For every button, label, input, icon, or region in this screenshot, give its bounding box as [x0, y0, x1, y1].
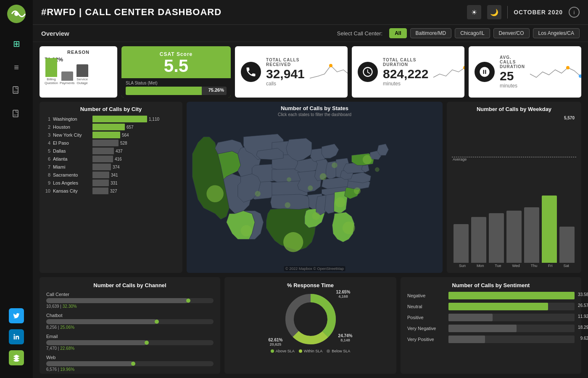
- moon-icon[interactable]: 🌙: [487, 5, 501, 19]
- sun-icon[interactable]: ☀: [467, 5, 481, 19]
- sidebar-icon-table[interactable]: ≡: [9, 60, 24, 75]
- sentiment-row: Very Positive 9.62%: [407, 336, 575, 343]
- weekday-bar: [559, 227, 575, 263]
- weekday-top-value: 5,570: [452, 116, 576, 120]
- city-row: 4 El Paso 528: [45, 140, 177, 146]
- twitter-icon[interactable]: [9, 308, 24, 323]
- weekday-day-label: Fri: [548, 264, 553, 268]
- avg-duration-name: AVG. CALLS DURATION: [500, 55, 525, 69]
- channel-bar-track: [46, 340, 214, 345]
- city-rank: 3: [45, 132, 50, 137]
- city-value: 331: [111, 181, 118, 185]
- svg-point-22: [255, 191, 261, 197]
- map-credit: © 2022 Mapbox © OpenStreetMap: [284, 266, 345, 271]
- city-name: Washington: [53, 116, 90, 122]
- city-bar-wrap: 564: [92, 132, 177, 138]
- city-value: 1,110: [149, 117, 159, 122]
- csat-value: 5.5: [128, 57, 224, 75]
- sidebar-icon-dashboard[interactable]: ⊞: [9, 36, 24, 51]
- svg-point-24: [287, 177, 291, 182]
- channel-bar-fill: [46, 298, 188, 303]
- weekday-panel: Number of Calls by Weekday 5,570 Average…: [447, 102, 581, 273]
- cc-btn-baltimore[interactable]: Baltimore/MD: [410, 28, 452, 38]
- city-panel-title: Number of Calls by City: [45, 106, 177, 112]
- city-row: 5 Dallas 437: [45, 148, 177, 154]
- sidebar-icon-ppt[interactable]: PPT: [9, 107, 24, 122]
- svg-text:PDF: PDF: [14, 90, 18, 93]
- city-row: 10 Kansas City 327: [45, 188, 177, 194]
- channel-dot: [145, 341, 149, 345]
- weekday-day-label: Sun: [459, 264, 466, 268]
- city-bar: [92, 148, 114, 154]
- cc-btn-denver[interactable]: Denver/CO: [493, 28, 530, 38]
- city-bar: [92, 180, 109, 186]
- info-button[interactable]: i: [569, 7, 580, 18]
- channel-stats: 7,470 | 22.68%: [46, 346, 214, 351]
- city-value: 416: [115, 157, 122, 161]
- weekday-panel-title: Number of Calls by Weekday: [452, 106, 576, 112]
- sentiment-row: Positive 11.92%: [407, 314, 575, 321]
- city-row: 8 Sacramento 341: [45, 172, 177, 178]
- weekday-day-label: Mon: [477, 264, 484, 268]
- city-value: 437: [116, 149, 123, 153]
- svg-point-23: [308, 185, 313, 190]
- cc-btn-chicago[interactable]: Chicago/IL: [455, 28, 490, 38]
- sentiment-bar-wrap: 18.29%: [448, 325, 575, 332]
- city-row: 7 Miami 374: [45, 164, 177, 170]
- cc-btn-all[interactable]: All: [389, 28, 406, 38]
- sentiment-bar-wrap: 26.57%: [448, 303, 575, 310]
- sentiment-label: Very Positive: [407, 337, 445, 342]
- page-title: #RWFD | CALL CENTER DASHBOARD: [41, 7, 221, 18]
- city-bar: [92, 140, 119, 146]
- calls-received-name: TOTAL CALLS RECEIVED: [266, 58, 305, 67]
- calls-received-unit: calls: [266, 81, 305, 87]
- channel-panel: Number of Calls by Channel Call Center 1…: [40, 277, 220, 374]
- channel-name: Call Center: [46, 292, 214, 297]
- avg-duration-value: 25: [500, 69, 525, 83]
- call-center-buttons: All Baltimore/MD Chicago/IL Denver/CO Lo…: [389, 28, 580, 38]
- city-row: 2 Houston 657: [45, 124, 177, 130]
- city-name: Dallas: [53, 148, 90, 153]
- duration-name: TOTAL CALLS DURATION: [383, 58, 428, 67]
- city-name: Kansas City: [53, 188, 90, 193]
- svg-point-10: [566, 66, 570, 69]
- overview-label: Overview: [41, 30, 69, 37]
- city-bar: [92, 188, 108, 194]
- logo[interactable]: [7, 4, 26, 24]
- city-value: 327: [110, 189, 117, 193]
- header-divider: [507, 6, 508, 19]
- sentiment-pct: 11.92%: [575, 314, 588, 319]
- mid-row: Number of Calls by City 1 Washington 1,1…: [40, 102, 581, 273]
- svg-point-12: [206, 185, 224, 202]
- weekday-bar: [489, 213, 504, 263]
- sidebar-social: [9, 308, 24, 374]
- sla-label: SLA Status (Met): [126, 81, 227, 85]
- svg-point-20: [320, 173, 327, 180]
- sidebar: ⊞ ≡ PDF PPT: [0, 0, 33, 378]
- sentiment-list: Negative 33.58% Neutral 26.57% Positive …: [407, 292, 575, 343]
- sidebar-icon-pdf[interactable]: PDF: [9, 83, 24, 98]
- city-name: Sacramento: [53, 172, 90, 177]
- call-center-select-label: Select Call Center:: [337, 30, 382, 37]
- linkedin-icon[interactable]: [9, 329, 24, 344]
- city-name: Houston: [53, 124, 90, 130]
- sentiment-pct: 18.29%: [575, 325, 588, 330]
- csat-top: CSAT Score 5.5: [121, 46, 231, 78]
- legend-below-sla: Below SLA: [327, 349, 350, 353]
- layers-icon[interactable]: [9, 350, 24, 365]
- channel-stats: 6,576 | 19.96%: [46, 367, 214, 372]
- csat-bottom: SLA Status (Met) 75.26%: [121, 78, 231, 98]
- cc-btn-la[interactable]: Los Angeles/CA: [533, 28, 580, 38]
- weekday-col: [559, 227, 575, 263]
- reason-bar-billing: BillingQuestion: [45, 58, 58, 85]
- city-bar: [92, 172, 109, 178]
- overview-bar: Overview Select Call Center: All Baltimo…: [33, 25, 588, 42]
- channel-pct: 25.06%: [60, 325, 74, 330]
- sla-bar: 75.26%: [126, 87, 227, 95]
- sentiment-label: Negative: [407, 293, 445, 298]
- weekday-day-label: Thu: [531, 264, 538, 268]
- duration-value: 824,222: [383, 67, 428, 81]
- svg-point-13: [241, 225, 252, 236]
- map-body[interactable]: .state { fill: #4a5568; stroke: #2d3748;…: [187, 120, 443, 273]
- weekday-col: [489, 213, 504, 263]
